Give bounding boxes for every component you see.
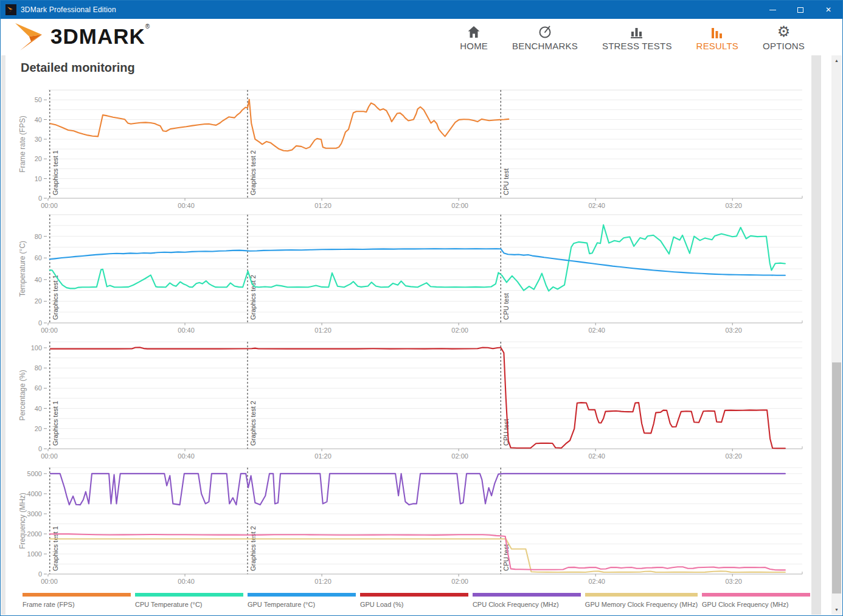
nav-item-benchmarks[interactable]: BENCHMARKS [500, 23, 590, 51]
svg-text:20: 20 [35, 297, 42, 305]
legend-label: GPU Temperature (°C) [248, 601, 356, 608]
close-button[interactable]: ✕ [814, 1, 842, 19]
svg-text:01:20: 01:20 [314, 327, 331, 334]
svg-text:40: 40 [35, 276, 42, 283]
minimize-button[interactable] [758, 1, 786, 19]
legend-item: GPU Clock Frequency (MHz) [702, 593, 810, 608]
svg-text:Percentage (%): Percentage (%) [18, 370, 27, 420]
legend-label: CPU Temperature (°C) [135, 601, 243, 608]
svg-text:Graphics test 1: Graphics test 1 [52, 150, 59, 195]
vertical-scrollbar[interactable]: ▲ ▼ [831, 55, 842, 615]
svg-text:03:20: 03:20 [725, 202, 742, 209]
main-nav: HOMEBENCHMARKSSTRESS TESTSRESULTS⚙OPTION… [448, 23, 817, 51]
svg-text:Graphics test 2: Graphics test 2 [249, 401, 257, 446]
chart-temperature-c-: 020406080Temperature (°C)00:0000:4001:20… [18, 215, 802, 334]
gear-icon: ⚙ [777, 23, 791, 39]
legend-color-bar [585, 593, 698, 597]
svg-text:10: 10 [35, 175, 42, 182]
svg-text:00:40: 00:40 [178, 202, 195, 209]
svg-text:00:40: 00:40 [178, 578, 195, 585]
svg-text:20: 20 [35, 155, 42, 162]
svg-text:00:40: 00:40 [178, 327, 195, 334]
svg-text:03:20: 03:20 [725, 452, 742, 460]
nav-label: HOME [460, 41, 488, 51]
registered-mark: ® [145, 23, 150, 30]
nav-item-results[interactable]: RESULTS [684, 23, 751, 51]
home-icon [467, 23, 481, 39]
window-title: 3DMark Professional Edition [21, 5, 116, 14]
svg-text:Graphics test 2: Graphics test 2 [249, 275, 257, 320]
svg-text:Frame rate (FPS): Frame rate (FPS) [18, 116, 27, 172]
3dmark-logo-icon [14, 22, 47, 52]
svg-text:1000: 1000 [27, 550, 42, 558]
nav-label: RESULTS [696, 41, 738, 51]
svg-text:02:00: 02:00 [451, 452, 468, 460]
legend-label: GPU Clock Frequency (MHz) [702, 601, 810, 608]
series-gpu-load- [50, 347, 785, 448]
title-bar: 3DMark Professional Edition ✕ [1, 1, 842, 19]
legend-label: CPU Clock Frequency (MHz) [473, 601, 581, 608]
series-gpu-temperature-c- [50, 249, 785, 275]
nav-item-home[interactable]: HOME [448, 23, 500, 51]
svg-text:02:00: 02:00 [451, 578, 468, 585]
svg-text:02:00: 02:00 [451, 202, 468, 209]
svg-text:CPU test: CPU test [502, 293, 510, 320]
svg-text:02:40: 02:40 [588, 578, 605, 585]
svg-text:Graphics test 2: Graphics test 2 [249, 150, 257, 195]
nav-item-options[interactable]: ⚙OPTIONS [751, 23, 817, 51]
svg-text:2000: 2000 [27, 530, 42, 538]
scrollbar-thumb[interactable] [832, 362, 841, 594]
legend-color-bar [248, 593, 356, 597]
svg-text:5000: 5000 [27, 470, 42, 477]
legend-item: CPU Clock Frequency (MHz) [473, 593, 581, 608]
bar-chart-orange-icon [710, 23, 724, 39]
svg-text:40: 40 [35, 116, 42, 123]
nav-label: BENCHMARKS [512, 41, 578, 51]
close-icon: ✕ [825, 5, 831, 14]
svg-text:60: 60 [35, 254, 42, 261]
bar-chart-icon [630, 23, 644, 39]
legend-item: GPU Load (%) [360, 593, 468, 608]
legend-item: Frame rate (FPS) [23, 593, 131, 608]
maximize-button[interactable] [786, 1, 814, 19]
scroll-down-icon[interactable]: ▼ [831, 604, 842, 615]
svg-text:00:40: 00:40 [178, 452, 195, 460]
legend-color-bar [702, 593, 810, 597]
legend-item: GPU Temperature (°C) [248, 593, 356, 608]
legend-item: CPU Temperature (°C) [135, 593, 243, 608]
app-icon [5, 4, 16, 15]
chart-frequency-mhz-: 010002000300040005000Frequency (MHz)00:0… [18, 468, 802, 585]
svg-text:50: 50 [35, 96, 42, 103]
nav-item-stress-tests[interactable]: STRESS TESTS [590, 23, 684, 51]
svg-text:0: 0 [38, 570, 42, 578]
gauge-icon [538, 23, 552, 39]
legend-label: Frame rate (FPS) [23, 601, 131, 608]
logo-text: 3DMARK [50, 22, 145, 51]
svg-text:03:20: 03:20 [725, 327, 742, 334]
svg-text:0: 0 [38, 445, 42, 452]
svg-text:100: 100 [31, 344, 42, 351]
chart-legend: Frame rate (FPS)CPU Temperature (°C)GPU … [23, 593, 810, 608]
legend-label: GPU Load (%) [360, 601, 468, 608]
nav-label: OPTIONS [763, 41, 805, 51]
svg-text:00:00: 00:00 [41, 452, 58, 460]
legend-color-bar [23, 593, 131, 597]
legend-color-bar [473, 593, 581, 597]
minimize-icon [769, 10, 776, 10]
svg-text:02:40: 02:40 [588, 327, 605, 334]
scroll-up-icon[interactable]: ▲ [831, 55, 842, 66]
3dmark-logo: 3DMARK ® [14, 22, 150, 52]
svg-text:80: 80 [35, 364, 42, 372]
svg-text:00:00: 00:00 [41, 202, 58, 209]
svg-text:01:20: 01:20 [314, 578, 331, 585]
legend-color-bar [135, 593, 243, 597]
series-frame-rate-fps- [50, 100, 508, 151]
svg-text:02:40: 02:40 [588, 452, 605, 460]
series-cpu-clock-frequency-mhz- [50, 474, 785, 505]
svg-text:0: 0 [38, 195, 42, 202]
chart-frame-rate-fps-: 01020304050Frame rate (FPS)00:0000:4001:… [18, 90, 802, 209]
svg-text:30: 30 [35, 136, 42, 143]
svg-text:Temperature (°C): Temperature (°C) [18, 241, 27, 297]
legend-item: GPU Memory Clock Frequency (MHz) [585, 593, 698, 608]
svg-text:40: 40 [35, 405, 42, 412]
